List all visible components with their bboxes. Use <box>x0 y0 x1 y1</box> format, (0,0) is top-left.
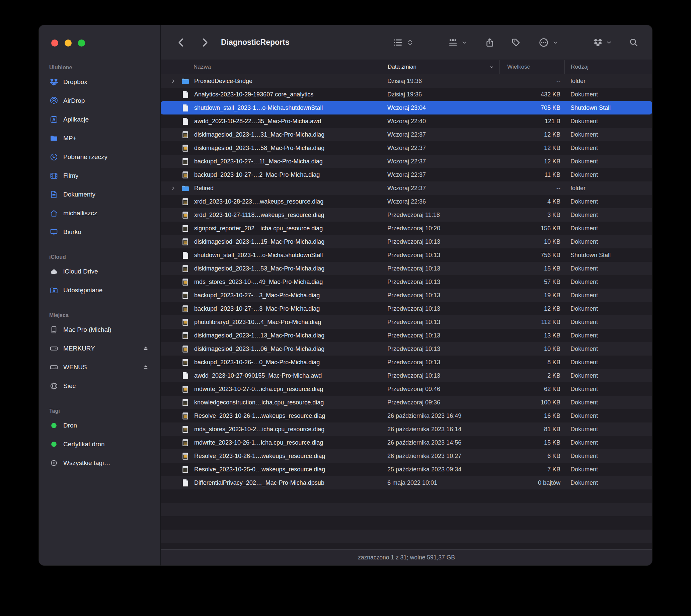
file-name: signpost_reporter_202…icha.cpu_resource.… <box>194 225 330 232</box>
file-name-cell: shutdown_stall_2023-1…o-Micha.shutdownSt… <box>161 104 382 112</box>
sidebar-item-michalliszcz[interactable]: michalliszcz <box>39 204 160 223</box>
sidebar-item-icloud-drive[interactable]: iCloud Drive <box>39 262 160 281</box>
file-date: Przedwczoraj 10:13 <box>382 265 499 272</box>
forward-button[interactable] <box>199 25 210 60</box>
sidebar-item-label: iCloud Drive <box>63 268 98 275</box>
file-size: 8 KB <box>499 359 564 366</box>
file-size: 6 KB <box>499 453 564 460</box>
file-size: 100 KB <box>499 399 564 406</box>
column-header-kind[interactable]: Rodzaj <box>564 60 652 74</box>
tag-button[interactable] <box>511 25 521 60</box>
file-row[interactable]: backupd_2023-10-27-…3_Mac-Pro-Micha.diag… <box>161 289 652 302</box>
sidebar-item-biurko[interactable]: Biurko <box>39 223 160 241</box>
file-row[interactable]: xrdd_2023-10-28-223….wakeups_resource.di… <box>161 195 652 208</box>
search-button[interactable] <box>629 25 639 60</box>
column-header-size[interactable]: Wielkość <box>499 60 564 74</box>
file-row[interactable]: backupd_2023-10-27-…11_Mac-Pro-Micha.dia… <box>161 155 652 168</box>
file-row[interactable]: backupd_2023-10-26-…0_Mac-Pro-Micha.diag… <box>161 355 652 369</box>
dropbox-toolbar-button[interactable] <box>593 25 612 60</box>
file-row[interactable]: xrdd_2023-10-27-1118…wakeups_resource.di… <box>161 208 652 222</box>
file-row[interactable]: knowledgeconstruction…icha.cpu_resource.… <box>161 396 652 409</box>
search-icon <box>629 38 639 47</box>
disclosure-spacer <box>171 239 181 244</box>
file-date: Przedwczoraj 09:46 <box>382 386 499 393</box>
sidebar-item-airdrop[interactable]: AirDrop <box>39 91 160 110</box>
more-actions-button[interactable] <box>538 25 559 60</box>
sidebar-item-mac-pro-michal[interactable]: Mac Pro (Michał) <box>39 321 160 339</box>
file-row[interactable]: diskimagesiod_2023-1…06_Mac-Pro-Micha.di… <box>161 342 652 355</box>
file-row[interactable]: Resolve_2023-10-26-1…wakeups_resource.di… <box>161 409 652 422</box>
file-row[interactable]: diskimagesiod_2023-1…31_Mac-Pro-Micha.di… <box>161 128 652 141</box>
file-size: 15 KB <box>499 265 564 272</box>
file-row[interactable]: backupd_2023-10-27-…3_Mac-Pro-Micha.diag… <box>161 302 652 315</box>
sidebar-item-certyfikat-dron[interactable]: Certyfikat dron <box>39 435 160 454</box>
file-size: 756 KB <box>499 252 564 259</box>
file-row[interactable]: mds_stores_2023-10-2…icha.cpu_resource.d… <box>161 422 652 436</box>
sidebar-item-siec[interactable]: Sieć <box>39 377 160 395</box>
file-row[interactable]: ProxiedDevice-BridgeDzisiaj 19:36--folde… <box>161 74 652 88</box>
file-row[interactable]: backupd_2023-10-27-…2_Mac-Pro-Micha.diag… <box>161 168 652 181</box>
file-row[interactable]: diskimagesiod_2023-1…58_Mac-Pro-Micha.di… <box>161 141 652 155</box>
close-button[interactable] <box>51 40 58 46</box>
sidebar-item-wenus[interactable]: WENUS <box>39 358 160 377</box>
file-kind: Dokument <box>564 386 652 393</box>
diagnostic-file-icon <box>181 438 190 447</box>
file-name-cell: backupd_2023-10-27-…2_Mac-Pro-Micha.diag <box>161 170 382 179</box>
applications-icon <box>49 115 58 124</box>
disclosure-chevron-icon[interactable] <box>171 185 181 191</box>
file-row-selected[interactable]: shutdown_stall_2023-1…o-Micha.shutdownSt… <box>161 101 652 114</box>
file-name-cell: backupd_2023-10-27-…3_Mac-Pro-Micha.diag <box>161 304 382 313</box>
disclosure-chevron-icon[interactable] <box>171 78 181 84</box>
zoom-button[interactable] <box>78 40 85 46</box>
group-icon <box>448 38 458 47</box>
sidebar-item-dokumenty[interactable]: Dokumenty <box>39 185 160 204</box>
group-button[interactable] <box>448 25 468 60</box>
file-row[interactable]: mdwrite_2023-10-27-0…icha.cpu_resource.d… <box>161 382 652 396</box>
file-row[interactable]: diskimagesiod_2023-1…53_Mac-Pro-Micha.di… <box>161 262 652 275</box>
file-row[interactable]: mds_stores_2023-10-…49_Mac-Pro-Micha.dia… <box>161 275 652 289</box>
document-icon <box>181 251 190 260</box>
file-row[interactable]: photolibraryd_2023-10…4_Mac-Pro-Micha.di… <box>161 315 652 329</box>
file-row[interactable]: awdd_2023-10-27-090155_Mac-Pro-Micha.awd… <box>161 369 652 382</box>
file-row[interactable]: Resolve_2023-10-26-1…wakeups_resource.di… <box>161 449 652 463</box>
column-header-name[interactable]: Nazwa <box>161 60 382 74</box>
disclosure-spacer <box>171 292 181 298</box>
file-row[interactable]: Analytics-2023-10-29-193607.core_analyti… <box>161 88 652 101</box>
file-row[interactable]: Resolve_2023-10-25-0…wakeups_resource.di… <box>161 463 652 476</box>
disclosure-spacer <box>171 426 181 432</box>
sidebar-item-wszystkie-tagi[interactable]: Wszystkie tagi… <box>39 454 160 472</box>
sidebar-item-udostepniane[interactable]: Udostępniane <box>39 281 160 300</box>
file-row[interactable]: shutdown_stall_2023-1…o-Micha.shutdownSt… <box>161 248 652 262</box>
disclosure-spacer <box>171 252 181 258</box>
folder-icon <box>181 184 190 193</box>
sidebar-item-aplikacje[interactable]: Aplikacje <box>39 110 160 129</box>
sidebar-item-dropbox[interactable]: Dropbox <box>39 73 160 91</box>
file-row[interactable]: DifferentialPrivacy_202…_Mac-Pro-Micha.d… <box>161 476 652 489</box>
tag-icon <box>511 38 521 47</box>
file-row[interactable]: signpost_reporter_202…icha.cpu_resource.… <box>161 222 652 235</box>
eject-icon[interactable] <box>142 345 149 352</box>
view-options-button[interactable] <box>393 25 414 60</box>
file-name: shutdown_stall_2023-1…o-Micha.shutdownSt… <box>194 105 330 111</box>
file-row[interactable]: mdwrite_2023-10-26-1…icha.cpu_resource.d… <box>161 436 652 449</box>
sidebar-item-pobrane-rzeczy[interactable]: Pobrane rzeczy <box>39 148 160 167</box>
sidebar-item-mp[interactable]: MP+ <box>39 129 160 148</box>
minimize-button[interactable] <box>65 40 72 46</box>
sidebar-section: UlubioneDropboxAirDropAplikacjeMP+Pobran… <box>39 63 160 241</box>
back-button[interactable] <box>175 25 187 60</box>
eject-icon[interactable] <box>142 364 149 371</box>
file-date: Przedwczoraj 10:13 <box>382 292 499 299</box>
file-row[interactable]: RetiredWczoraj 22:37--folder <box>161 181 652 195</box>
disclosure-spacer <box>171 266 181 271</box>
file-row[interactable]: awdd_2023-10-28-22…35_Mac-Pro-Micha.awdW… <box>161 114 652 128</box>
sidebar-item-filmy[interactable]: Filmy <box>39 167 160 185</box>
file-kind: Dokument <box>564 131 652 138</box>
file-row[interactable]: diskimagesiod_2023-1…13_Mac-Pro-Micha.di… <box>161 329 652 342</box>
share-button[interactable] <box>485 25 495 60</box>
column-header-date[interactable]: Data zmian <box>382 60 499 74</box>
disclosure-spacer <box>171 279 181 285</box>
file-row[interactable]: diskimagesiod_2023-1…15_Mac-Pro-Micha.di… <box>161 235 652 248</box>
sidebar-item-merkury[interactable]: MERKURY <box>39 339 160 358</box>
sort-direction-icon <box>489 65 494 70</box>
sidebar-item-dron[interactable]: Dron <box>39 416 160 435</box>
